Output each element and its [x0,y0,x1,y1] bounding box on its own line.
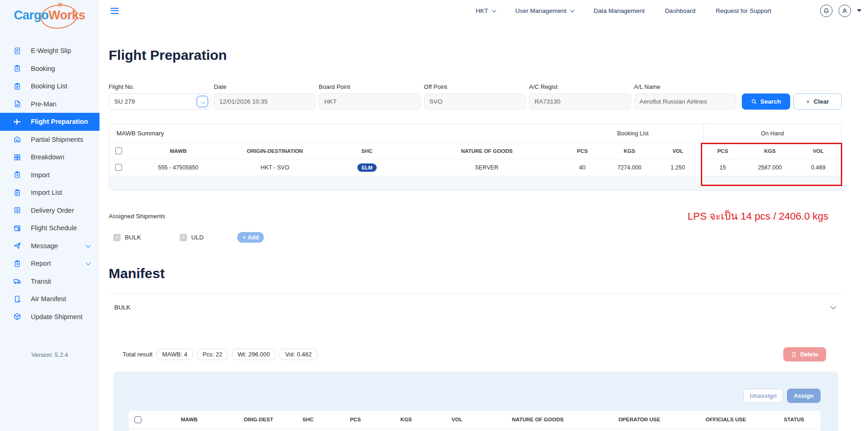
booking-kgs-cell: 7274.000 [604,159,655,176]
sidebar-item-update-shipment[interactable]: Update Shipment [0,308,99,326]
clear-button-label: Clear [814,98,829,105]
total-result-label: Total result [122,351,152,358]
caret-down-icon[interactable] [857,9,862,12]
bulk-checkbox[interactable]: ✓ [113,234,121,241]
assigned-shipments-title: Assigned Shipments [109,213,165,220]
board-point-input[interactable] [319,93,420,110]
uld-checkbox[interactable]: ✓ [180,234,187,241]
topbar-link-label: Dashboard [665,7,695,14]
sidebar-item-booking[interactable]: Booking [0,60,99,78]
date-field: Date [214,83,315,110]
sidebar-item-delivery-order[interactable]: Delivery Order [0,202,99,220]
clear-button[interactable]: × Clear [793,93,842,110]
column-header: MAWB [146,411,232,429]
sidebar-item-pre-man[interactable]: Pre-Man [0,95,99,113]
topbar-link-label: User Management [515,7,566,14]
main-content: Flight Preparation Flight No. → Date Boa… [99,21,868,431]
manifest-table: MAWB ORIG-DEST SHC PCS KGS VOL NATURE OF… [129,411,821,431]
clipboard-icon [13,260,21,268]
sidebar-item-partial-shipments[interactable]: Partial Shipments [0,131,99,149]
sidebar-item-flight-preparation[interactable]: Flight Preparation [0,113,99,131]
row-checkbox[interactable] [115,164,122,171]
off-point-input[interactable] [424,93,526,110]
sidebar-item-import[interactable]: Import [0,166,99,184]
ac-regist-label: A/C Regist [529,83,631,90]
column-header: ORIGIN-DESTINATION [229,143,321,159]
sidebar-item-label: Message [31,242,58,250]
booking-list-group-header: Booking List [563,124,703,143]
manifest-bulk-panel: Unassign Assign MAWB ORIG-DEST SHC PCS K… [113,372,838,431]
sidebar-item-transit[interactable]: Transit [0,273,99,291]
account-button[interactable] [839,5,851,17]
sidebar-item-label: Delivery Order [31,207,74,214]
flight-no-label: Flight No. [109,83,210,90]
unassign-button[interactable]: Unassign [743,389,783,403]
sidebar-item-flight-schedule[interactable]: Flight Schedule [0,219,99,237]
uld-checkbox-label: ULD [191,234,204,241]
sidebar-item-booking-list[interactable]: Booking List [0,77,99,95]
sidebar-item-message[interactable]: Message [0,237,99,255]
topbar-link-user-management[interactable]: User Management [515,7,573,14]
sidebar-item-report[interactable]: Report [0,255,99,273]
plane-icon [13,118,21,126]
delete-button[interactable]: Delete [783,347,826,361]
topbar-link-dashboard[interactable]: Dashboard [665,7,695,14]
al-name-input[interactable] [634,93,736,110]
table-row[interactable]: 555 - 47505850 HKT - SVO ELM SERVER 40 7… [109,159,841,176]
column-header: PCS [331,411,379,429]
on-hand-group-header: On Hand [703,124,841,143]
hamburger-menu-icon[interactable] [111,6,119,15]
manifest-table-wrap: MAWB ORIG-DEST SHC PCS KGS VOL NATURE OF… [129,411,821,431]
topbar-link-label: HKT [476,7,488,14]
assigned-shipments-header: Assigned Shipments LPS จะเป็น 14 pcs / 2… [109,208,842,224]
delete-button-label: Delete [800,351,818,358]
table-row[interactable]: 555 - 44505204 HKT - SVO ELI 10 176.000 … [129,429,821,431]
sidebar-item-label: Breakdown [31,153,64,161]
file-export-icon [13,295,21,303]
sidebar-item-import-list[interactable]: Import List [0,184,99,202]
page-title: Flight Preparation [109,47,842,63]
manifest-header-row: MAWB ORIG-DEST SHC PCS KGS VOL NATURE OF… [129,411,821,429]
topbar-links: HKT User Management Data Management Dash… [476,7,771,14]
clipboard-list-icon [13,189,21,197]
board-point-label: Board Point [319,83,420,90]
date-input[interactable] [214,93,315,110]
sidebar-item-breakdown[interactable]: Breakdown [0,148,99,166]
topbar-link-request-for-support[interactable]: Request for Support [716,7,771,14]
onhand-vol-cell: 0.469 [795,159,841,176]
select-all-checkbox[interactable] [134,416,141,423]
column-header: ORIG-DEST [232,411,285,429]
assign-button[interactable]: Assign [787,389,821,403]
nature-of-goods-cell: SERVER [413,159,560,176]
column-header: PCS [560,143,604,159]
sidebar-item-label: Flight Schedule [31,224,77,232]
topbar-link-label: Data Management [594,7,645,14]
bulk-accordion[interactable]: BULK [109,294,842,320]
topbar-link-data-management[interactable]: Data Management [594,7,645,14]
flight-no-go-button[interactable]: → [197,96,208,107]
sidebar-item-e-weight-slip[interactable]: E-Weight Slip [0,42,99,60]
add-button[interactable]: +Add [237,232,264,243]
sidebar-item-air-manifest[interactable]: Air Manifest [0,290,99,308]
bulk-checkbox-label: BULK [125,234,141,241]
onhand-kgs-cell: 2587.000 [745,159,795,176]
ac-regist-input[interactable] [529,93,631,110]
sidebar-item-label: E-Weight Slip [31,47,71,54]
orig-dest-cell: HKT - SVO [232,429,285,431]
select-all-checkbox[interactable] [115,147,122,154]
chevron-down-icon [86,243,91,248]
total-mawb-pill: MAWB: 4 [157,349,192,360]
column-header: OPERATOR USE [594,411,685,429]
flight-no-input[interactable] [109,93,210,110]
search-button[interactable]: Search [742,93,790,110]
column-header: KGS [745,143,795,159]
column-header: VOL [433,411,481,429]
column-header: SHC [321,143,413,159]
ac-regist-field: A/C Regist [529,83,631,110]
topbar-link-station[interactable]: HKT [476,7,495,14]
notifications-button[interactable] [820,5,833,17]
pcs-cell: 10 [331,429,379,431]
clipboard-list-icon [13,82,21,90]
chevron-down-icon [570,8,575,12]
sidebar-item-label: Import [31,171,50,179]
